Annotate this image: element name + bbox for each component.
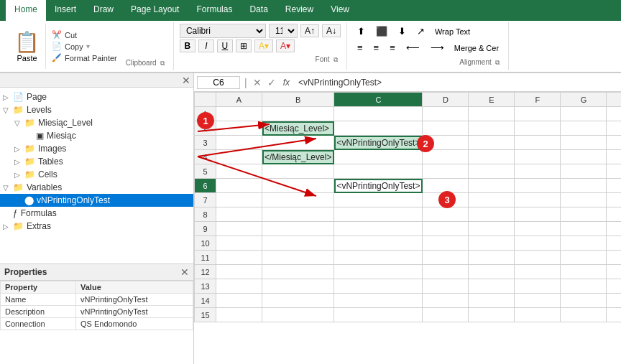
- cell-A5[interactable]: [216, 164, 262, 179]
- cell-G2[interactable]: [561, 121, 607, 136]
- cell-B7[interactable]: [262, 193, 334, 207]
- sidebar-item-formulas[interactable]: ƒFormulas: [0, 207, 193, 220]
- cell-D14[interactable]: [423, 294, 469, 308]
- sidebar-item-cells[interactable]: ▷📁Cells: [0, 168, 193, 181]
- cell-E6[interactable]: [469, 179, 515, 193]
- cell-E12[interactable]: [469, 265, 515, 279]
- cell-A15[interactable]: [216, 308, 262, 322]
- cell-B5[interactable]: [262, 164, 334, 179]
- align-middle-button[interactable]: ⬛: [372, 24, 392, 39]
- cell-F6[interactable]: [515, 179, 561, 193]
- row-header-12[interactable]: 12: [195, 265, 216, 279]
- col-header-A[interactable]: A: [216, 93, 262, 107]
- cell-D9[interactable]: [423, 222, 469, 236]
- col-header-B[interactable]: B: [262, 93, 334, 107]
- cell-B1[interactable]: [262, 107, 334, 121]
- cell-H12[interactable]: [607, 265, 621, 279]
- sidebar-close-button[interactable]: ✕: [182, 75, 190, 86]
- cell-C10[interactable]: [334, 236, 423, 251]
- cell-C8[interactable]: [334, 207, 423, 222]
- cell-H6[interactable]: [607, 179, 621, 193]
- cell-H8[interactable]: [607, 207, 621, 222]
- cell-F15[interactable]: [515, 308, 561, 322]
- tree-expand-icon[interactable]: ▷: [14, 145, 24, 153]
- cell-F9[interactable]: [515, 222, 561, 236]
- cell-B13[interactable]: [262, 279, 334, 294]
- cell-H9[interactable]: [607, 222, 621, 236]
- cell-A6[interactable]: [216, 179, 262, 193]
- cell-C11[interactable]: [334, 251, 423, 265]
- row-header-6[interactable]: 6: [195, 179, 216, 193]
- cell-A14[interactable]: [216, 294, 262, 308]
- cell-D12[interactable]: [423, 265, 469, 279]
- cell-C5[interactable]: [334, 164, 423, 179]
- cell-E15[interactable]: [469, 308, 515, 322]
- cell-F1[interactable]: [515, 107, 561, 121]
- tab-draw[interactable]: Draw: [85, 0, 122, 21]
- cell-F2[interactable]: [515, 121, 561, 136]
- cell-F10[interactable]: [515, 236, 561, 251]
- cell-D10[interactable]: [423, 236, 469, 251]
- sidebar-item-images[interactable]: ▷📁Images: [0, 142, 193, 155]
- cell-H14[interactable]: [607, 294, 621, 308]
- cell-G10[interactable]: [561, 236, 607, 251]
- cell-B6[interactable]: [262, 179, 334, 193]
- underline-button[interactable]: U: [217, 39, 233, 52]
- cell-H11[interactable]: [607, 251, 621, 265]
- bold-button[interactable]: B: [180, 39, 196, 52]
- cell-C9[interactable]: [334, 222, 423, 236]
- cell-A13[interactable]: [216, 279, 262, 294]
- sidebar-item-tables[interactable]: ▷📁Tables: [0, 155, 193, 168]
- cell-E8[interactable]: [469, 207, 515, 222]
- cell-E9[interactable]: [469, 222, 515, 236]
- col-header-F[interactable]: F: [515, 93, 561, 107]
- tab-data[interactable]: Data: [241, 0, 276, 21]
- cell-E13[interactable]: [469, 279, 515, 294]
- tree-expand-icon[interactable]: ▷: [3, 93, 13, 101]
- cell-B2[interactable]: <Miesiąc_Level>: [262, 121, 334, 136]
- sidebar-item-miesiac_level[interactable]: ▽📁Miesiąc_Level: [0, 116, 193, 129]
- italic-button[interactable]: I: [198, 39, 214, 52]
- cell-H1[interactable]: [607, 107, 621, 121]
- cut-button[interactable]: ✂️ Cut: [49, 29, 120, 40]
- cell-F13[interactable]: [515, 279, 561, 294]
- col-header-C[interactable]: C: [334, 93, 423, 107]
- cell-E4[interactable]: [469, 150, 515, 164]
- font-size-select[interactable]: 11: [269, 24, 298, 38]
- cell-F8[interactable]: [515, 207, 561, 222]
- cell-D8[interactable]: [423, 207, 469, 222]
- sidebar-item-page[interactable]: ▷📄Page: [0, 90, 193, 103]
- cell-E11[interactable]: [469, 251, 515, 265]
- cell-D15[interactable]: [423, 308, 469, 322]
- cell-B10[interactable]: [262, 236, 334, 251]
- cell-A12[interactable]: [216, 265, 262, 279]
- sidebar-item-vnprintingonlytest[interactable]: ⬤vNPrintingOnlyTest: [0, 194, 193, 207]
- row-header-13[interactable]: 13: [195, 279, 216, 294]
- cell-C6[interactable]: <vNPrintingOnlyTest>: [334, 179, 423, 193]
- tab-insert[interactable]: Insert: [46, 0, 85, 21]
- formula-confirm-button[interactable]: ✓: [266, 77, 277, 88]
- tab-review[interactable]: Review: [277, 0, 322, 21]
- cell-H4[interactable]: [607, 150, 621, 164]
- cell-B11[interactable]: [262, 251, 334, 265]
- cell-F3[interactable]: [515, 136, 561, 150]
- cell-C3[interactable]: <vNPrintingOnlyTest>: [334, 136, 423, 150]
- col-header-row[interactable]: [195, 93, 216, 107]
- row-header-10[interactable]: 10: [195, 236, 216, 251]
- tab-formulas[interactable]: Formulas: [188, 0, 241, 21]
- cell-G13[interactable]: [561, 279, 607, 294]
- row-header-11[interactable]: 11: [195, 251, 216, 265]
- cell-H3[interactable]: [607, 136, 621, 150]
- cell-A3[interactable]: [216, 136, 262, 150]
- cell-D1[interactable]: [423, 107, 469, 121]
- cell-C7[interactable]: [334, 193, 423, 207]
- cell-A1[interactable]: [216, 107, 262, 121]
- orient-button[interactable]: ↗: [413, 24, 429, 39]
- cell-D2[interactable]: [423, 121, 469, 136]
- cell-C15[interactable]: [334, 308, 423, 322]
- tree-expand-icon[interactable]: ▷: [3, 223, 13, 230]
- cell-H7[interactable]: [607, 193, 621, 207]
- cell-B4[interactable]: </Miesiąc_Level>: [262, 150, 334, 164]
- cell-E5[interactable]: [469, 164, 515, 179]
- tree-expand-icon[interactable]: ▷: [14, 171, 24, 179]
